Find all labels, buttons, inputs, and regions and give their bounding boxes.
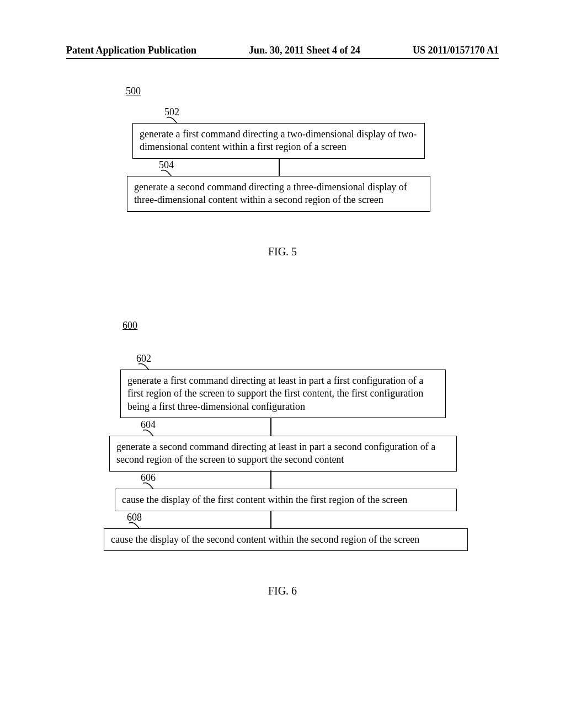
step-602-box: generate a first command directing at le… — [120, 370, 446, 418]
step-604-text: generate a second command directing at l… — [116, 441, 435, 465]
step-502-text: generate a first command directing a two… — [140, 129, 417, 152]
step-606-text: cause the display of the first content w… — [122, 494, 407, 505]
step-504-text: generate a second command directing a th… — [134, 181, 407, 205]
page-header: Patent Application Publication Jun. 30, … — [0, 45, 565, 56]
connector-line — [279, 158, 280, 177]
step-604-box: generate a second command directing at l… — [109, 436, 457, 472]
figure5-caption: FIG. 5 — [0, 245, 565, 258]
step-602-text: generate a first command directing at le… — [127, 375, 423, 412]
step-502-box: generate a first command directing a two… — [132, 123, 425, 159]
connector-line — [270, 418, 271, 437]
step-606-box: cause the display of the first content w… — [115, 489, 457, 511]
header-right: US 2011/0157170 A1 — [413, 45, 499, 56]
connector-line — [270, 470, 271, 489]
header-rule — [66, 58, 499, 59]
figure5-refnum: 500 — [126, 85, 141, 97]
step-608-text: cause the display of the second content … — [111, 534, 419, 545]
step-608-box: cause the display of the second content … — [104, 528, 468, 551]
header-left: Patent Application Publication — [66, 45, 196, 56]
figure6-refnum: 600 — [122, 320, 137, 331]
figure6-caption: FIG. 6 — [0, 585, 565, 597]
step-504-box: generate a second command directing a th… — [127, 176, 430, 212]
header-center: Jun. 30, 2011 Sheet 4 of 24 — [249, 45, 360, 56]
connector-line — [270, 511, 271, 529]
